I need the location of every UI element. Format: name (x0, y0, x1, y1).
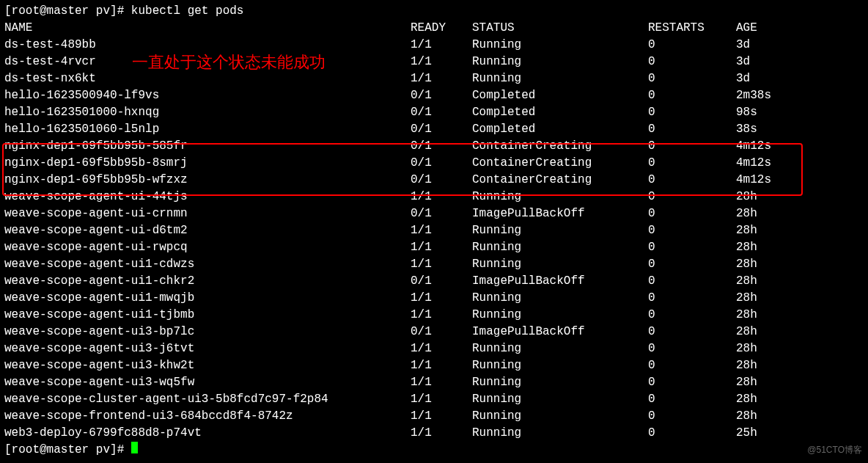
cell-restarts: 0 (648, 425, 736, 442)
cell-age: 28h (736, 391, 757, 408)
cell-restarts: 0 (648, 273, 736, 290)
cell-ready: 1/1 (411, 256, 472, 273)
cell-status: Running (472, 290, 648, 307)
table-row: ds-test-489bb1/1Running03d (4, 37, 868, 54)
cell-name: weave-scope-frontend-ui3-684bccd8f4-8742… (4, 408, 411, 425)
table-row: nginx-dep1-69f5bb95b-585fr0/1ContainerCr… (4, 138, 868, 155)
cell-age: 3d (736, 54, 750, 70)
cell-ready: 1/1 (411, 189, 472, 205)
cell-age: 25h (736, 425, 757, 442)
cell-restarts: 0 (648, 87, 736, 104)
table-row: hello-1623501060-l5nlp0/1Completed038s (4, 121, 868, 138)
table-row: nginx-dep1-69f5bb95b-8smrj0/1ContainerCr… (4, 155, 868, 172)
shell-prompt: [root@master pv]# (4, 442, 131, 459)
command-text: kubectl get pods (131, 3, 244, 20)
cell-name: weave-scope-agent-ui-crnmn (4, 205, 411, 222)
cell-age: 28h (736, 307, 757, 324)
cell-status: Running (472, 408, 648, 425)
next-prompt-line[interactable]: [root@master pv]# (4, 442, 868, 459)
cell-name: weave-scope-agent-ui-d6tm2 (4, 222, 411, 239)
cell-status: Running (472, 239, 648, 256)
cell-age: 4m12s (736, 138, 771, 155)
cell-status: Completed (472, 87, 648, 104)
cell-ready: 1/1 (411, 425, 472, 442)
cell-status: ContainerCreating (472, 155, 648, 172)
cursor-icon (131, 442, 138, 453)
cell-name: weave-scope-agent-ui3-j6tvt (4, 340, 411, 357)
cell-name: nginx-dep1-69f5bb95b-wfzxz (4, 172, 411, 189)
cell-ready: 1/1 (411, 222, 472, 239)
cell-ready: 1/1 (411, 290, 472, 307)
table-row: weave-scope-agent-ui-crnmn0/1ImagePullBa… (4, 205, 868, 222)
cell-status: Running (472, 307, 648, 324)
cell-age: 28h (736, 408, 757, 425)
cell-age: 98s (736, 104, 757, 121)
cell-restarts: 0 (648, 54, 736, 70)
cell-restarts: 0 (648, 222, 736, 239)
table-row: weave-scope-agent-ui3-bp7lc0/1ImagePullB… (4, 324, 868, 340)
cell-restarts: 0 (648, 189, 736, 205)
cell-ready: 1/1 (411, 340, 472, 357)
table-row: hello-1623500940-lf9vs0/1Completed02m38s (4, 87, 868, 104)
cell-ready: 0/1 (411, 155, 472, 172)
shell-prompt: [root@master pv]# (4, 3, 131, 20)
cell-ready: 0/1 (411, 205, 472, 222)
cell-age: 28h (736, 256, 757, 273)
cell-restarts: 0 (648, 408, 736, 425)
cell-restarts: 0 (648, 205, 736, 222)
cell-age: 4m12s (736, 172, 771, 189)
cell-ready: 1/1 (411, 307, 472, 324)
header-status: STATUS (472, 20, 648, 37)
table-row: weave-scope-agent-ui1-tjbmb1/1Running028… (4, 307, 868, 324)
cell-ready: 0/1 (411, 87, 472, 104)
cell-ready: 0/1 (411, 324, 472, 340)
watermark: @51CTO博客 (807, 442, 862, 459)
table-row: weave-scope-agent-ui1-chkr20/1ImagePullB… (4, 273, 868, 290)
cell-status: Running (472, 222, 648, 239)
cell-name: weave-scope-agent-ui3-bp7lc (4, 324, 411, 340)
cell-age: 28h (736, 239, 757, 256)
cell-ready: 1/1 (411, 37, 472, 54)
table-row: weave-scope-agent-ui3-wq5fw1/1Running028… (4, 374, 868, 391)
table-row: weave-scope-agent-ui-d6tm21/1Running028h (4, 222, 868, 239)
table-row: weave-scope-agent-ui1-cdwzs1/1Running028… (4, 256, 868, 273)
header-name: NAME (4, 20, 411, 37)
cell-restarts: 0 (648, 357, 736, 374)
cell-status: ContainerCreating (472, 138, 648, 155)
cell-ready: 1/1 (411, 374, 472, 391)
table-row: hello-1623501000-hxnqg0/1Completed098s (4, 104, 868, 121)
cell-restarts: 0 (648, 70, 736, 87)
cell-name: weave-scope-agent-ui3-wq5fw (4, 374, 411, 391)
cell-name: weave-scope-agent-ui1-cdwzs (4, 256, 411, 273)
cell-restarts: 0 (648, 340, 736, 357)
terminal-output: [root@master pv]# kubectl get pods NAME … (4, 3, 868, 459)
cell-age: 28h (736, 374, 757, 391)
cell-status: Running (472, 54, 648, 70)
table-row: web3-deploy-6799fc88d8-p74vt1/1Running02… (4, 425, 868, 442)
cell-name: nginx-dep1-69f5bb95b-8smrj (4, 155, 411, 172)
command-line: [root@master pv]# kubectl get pods (4, 3, 868, 20)
cell-status: Completed (472, 104, 648, 121)
table-row: weave-scope-agent-ui-44tjs1/1Running028h (4, 189, 868, 205)
header-age: AGE (736, 20, 757, 37)
cell-ready: 1/1 (411, 408, 472, 425)
cell-status: Completed (472, 121, 648, 138)
table-row: weave-scope-agent-ui-rwpcq1/1Running028h (4, 239, 868, 256)
cell-name: weave-scope-agent-ui1-mwqjb (4, 290, 411, 307)
cell-age: 4m12s (736, 155, 771, 172)
cell-name: weave-scope-agent-ui-rwpcq (4, 239, 411, 256)
cell-restarts: 0 (648, 239, 736, 256)
cell-status: Running (472, 340, 648, 357)
cell-ready: 0/1 (411, 121, 472, 138)
cell-name: hello-1623501060-l5nlp (4, 121, 411, 138)
cell-age: 3d (736, 37, 750, 54)
cell-name: weave-scope-cluster-agent-ui3-5b8fcd7c97… (4, 391, 411, 408)
table-row: weave-scope-cluster-agent-ui3-5b8fcd7c97… (4, 391, 868, 408)
cell-age: 28h (736, 340, 757, 357)
cell-status: Running (472, 357, 648, 374)
cell-restarts: 0 (648, 256, 736, 273)
cell-age: 38s (736, 121, 757, 138)
cell-name: hello-1623501000-hxnqg (4, 104, 411, 121)
cell-status: Running (472, 374, 648, 391)
cell-name: web3-deploy-6799fc88d8-p74vt (4, 425, 411, 442)
